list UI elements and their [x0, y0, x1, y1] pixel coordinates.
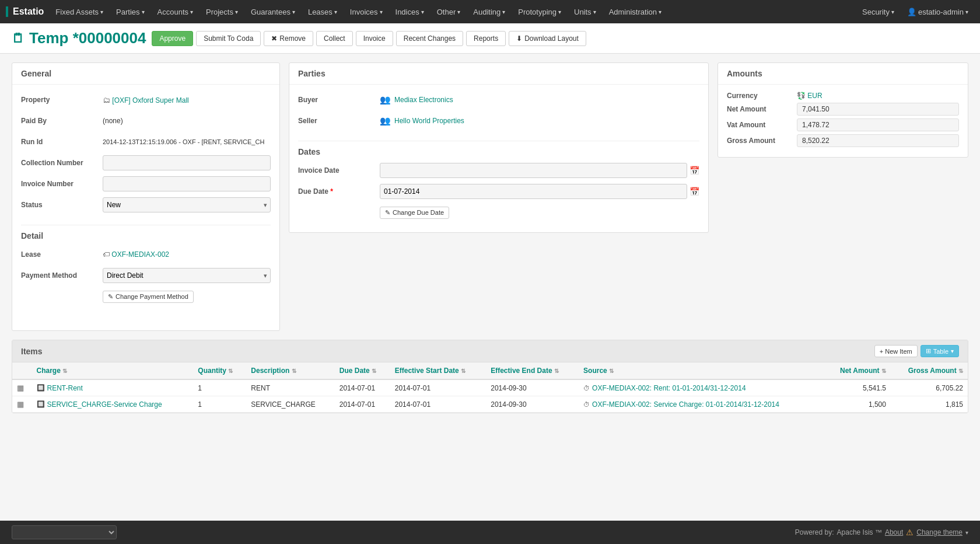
reports-button[interactable]: Reports [466, 31, 506, 46]
status-select[interactable]: New Approved Collected Invoiced [103, 197, 271, 212]
chevron-down-icon: ▾ [593, 9, 596, 15]
navbar-item-administration[interactable]: Administration ▾ [603, 3, 667, 21]
property-label: Property [21, 96, 103, 104]
charge-link-1[interactable]: RENT-Rent [47, 384, 83, 392]
chevron-down-icon: ▾ [558, 9, 561, 15]
quantity-cell-1: 1 [193, 379, 246, 396]
col-header-due-date[interactable]: Due Date ⇅ [335, 362, 390, 379]
calendar-icon[interactable]: 📅 [690, 187, 699, 196]
recent-changes-button[interactable]: Recent Changes [396, 31, 463, 46]
navbar-item-parties[interactable]: Parties ▾ [110, 3, 150, 21]
effective-end-cell-1: 2014-09-30 [486, 379, 579, 396]
status-select-wrapper: New Approved Collected Invoiced [103, 197, 271, 212]
payment-method-select[interactable]: Direct Debit Bank Transfer Cash [103, 268, 271, 283]
table-button[interactable]: ⊞ Table ▾ [921, 345, 959, 357]
status-label: Status [21, 201, 103, 209]
page-title: 🗒 Temp *00000004 [12, 29, 146, 47]
gross-amount-value: 8,520.22 [797, 134, 959, 147]
items-title: Items [21, 347, 43, 356]
chevron-down-icon: ▾ [235, 9, 238, 15]
download-layout-button[interactable]: ⬇ Download Layout [509, 31, 586, 46]
navbar-item-guarantees[interactable]: Guarantees ▾ [245, 3, 301, 21]
navbar-item-security[interactable]: Security ▾ [856, 3, 900, 21]
invoice-date-label: Invoice Date [298, 166, 380, 175]
col-header-gross-amount[interactable]: Gross Amount ⇅ [891, 362, 968, 379]
top-panels-row: General Property 🗂 [OXF] Oxford Super Ma… [12, 62, 968, 331]
navbar-item-invoices[interactable]: Invoices ▾ [344, 3, 388, 21]
detail-section-title: Detail [21, 231, 271, 240]
navbar-item-auditing[interactable]: Auditing ▾ [467, 3, 511, 21]
property-value: 🗂 [OXF] Oxford Super Mall [103, 96, 271, 104]
change-payment-method-button[interactable]: ✎ Change Payment Method [103, 291, 194, 303]
items-actions: + New Item ⊞ Table ▾ [874, 345, 959, 357]
payment-method-label: Payment Method [21, 271, 103, 280]
navbar-item-prototyping[interactable]: Prototyping ▾ [512, 3, 567, 21]
navbar-item-indices[interactable]: Indices ▾ [390, 3, 430, 21]
middle-column: Parties Buyer 👥 Mediax Electronics Selle… [289, 62, 709, 233]
chevron-down-icon: ▾ [190, 9, 193, 15]
seller-link[interactable]: Hello World Properties [394, 117, 464, 125]
items-panel: Items + New Item ⊞ Table ▾ Charge ⇅ [12, 340, 968, 413]
col-header-description[interactable]: Description ⇅ [246, 362, 334, 379]
vat-amount-row: Vat Amount 1,478.72 [727, 118, 959, 131]
seller-row: Seller 👥 Hello World Properties [298, 113, 699, 129]
effective-end-cell-2: 2014-09-30 [486, 396, 579, 413]
col-header-charge[interactable]: Charge ⇅ [32, 362, 194, 379]
lease-icon: 🏷 [103, 250, 110, 259]
buyer-value: 👥 Mediax Electronics [380, 95, 453, 105]
calendar-icon[interactable]: 📅 [690, 166, 699, 175]
amounts-panel-title: Amounts [718, 63, 968, 85]
approve-button[interactable]: Approve [152, 31, 193, 46]
navbar-item-units[interactable]: Units ▾ [568, 3, 602, 21]
navbar-item-other[interactable]: Other ▾ [431, 3, 467, 21]
navbar-item-projects[interactable]: Projects ▾ [200, 3, 244, 21]
navbar-item-accounts[interactable]: Accounts ▾ [152, 3, 199, 21]
invoice-date-input[interactable] [380, 163, 687, 178]
source-link-2[interactable]: OXF-MEDIAX-002: Service Charge: 01-01-20… [592, 400, 779, 409]
col-header-row-icon [12, 362, 32, 379]
row-icon: ▦ [17, 383, 24, 392]
source-link-1[interactable]: OXF-MEDIAX-002: Rent: 01-01-2014/31-12-2… [592, 384, 746, 392]
edit-icon: ✎ [385, 209, 390, 217]
gross-amount-row: Gross Amount 8,520.22 [727, 134, 959, 147]
collect-button[interactable]: Collect [316, 31, 353, 46]
navbar-item-fixed-assets[interactable]: Fixed Assets ▾ [50, 3, 109, 21]
chevron-down-icon: ▾ [334, 9, 337, 15]
col-header-quantity[interactable]: Quantity ⇅ [193, 362, 246, 379]
charge-link-2[interactable]: SERVICE_CHARGE-Service Charge [47, 400, 162, 409]
buyer-link[interactable]: Mediax Electronics [394, 96, 453, 104]
new-item-button[interactable]: + New Item [874, 345, 918, 357]
lease-link[interactable]: OXF-MEDIAX-002 [111, 250, 169, 259]
collection-number-input[interactable] [103, 155, 271, 170]
col-header-net-amount[interactable]: Net Amount ⇅ [824, 362, 891, 379]
due-date-input[interactable] [380, 184, 687, 199]
currency-link[interactable]: EUR [807, 92, 822, 100]
navbar-item-leases[interactable]: Leases ▾ [302, 3, 343, 21]
invoice-date-row: Invoice Date 📅 [298, 162, 699, 179]
gross-amount-label: Gross Amount [727, 137, 797, 145]
change-due-date-row: ✎ Change Due Date [298, 204, 699, 221]
currency-icon: 💱 [797, 92, 806, 100]
required-indicator: * [330, 187, 333, 196]
table-row: ▦ 🔲 RENT-Rent 1 RENT 2014-07-01 2014-07-… [12, 379, 968, 396]
page-header: 🗒 Temp *00000004 Approve Submit To Coda … [0, 23, 980, 54]
invoice-number-input[interactable] [103, 176, 271, 191]
change-due-date-button[interactable]: ✎ Change Due Date [380, 207, 449, 219]
table-icon: 🗂 [103, 96, 110, 104]
property-link[interactable]: [OXF] Oxford Super Mall [112, 96, 188, 104]
quantity-cell-2: 1 [193, 396, 246, 413]
table-row: ▦ 🔲 SERVICE_CHARGE-Service Charge 1 SERV… [12, 396, 968, 413]
invoice-button[interactable]: Invoice [356, 31, 393, 46]
remove-button[interactable]: ✖ Remove [264, 31, 313, 46]
col-header-source[interactable]: Source ⇅ [579, 362, 824, 379]
right-column: Amounts Currency 💱 EUR Net Amount 7,041.… [718, 62, 968, 158]
general-panel-body: Property 🗂 [OXF] Oxford Super Mall Paid … [12, 85, 279, 225]
parties-panel-title: Parties [289, 63, 708, 85]
due-date-cell-2: 2014-07-01 [335, 396, 390, 413]
col-header-effective-end[interactable]: Effective End Date ⇅ [486, 362, 579, 379]
submit-to-coda-button[interactable]: Submit To Coda [196, 31, 261, 46]
download-icon: ⬇ [516, 34, 522, 43]
col-header-effective-start[interactable]: Effective Start Date ⇅ [390, 362, 486, 379]
paid-by-value: (none) [103, 117, 271, 125]
navbar-item-user[interactable]: 👤 estatio-admin ▾ [901, 3, 974, 21]
